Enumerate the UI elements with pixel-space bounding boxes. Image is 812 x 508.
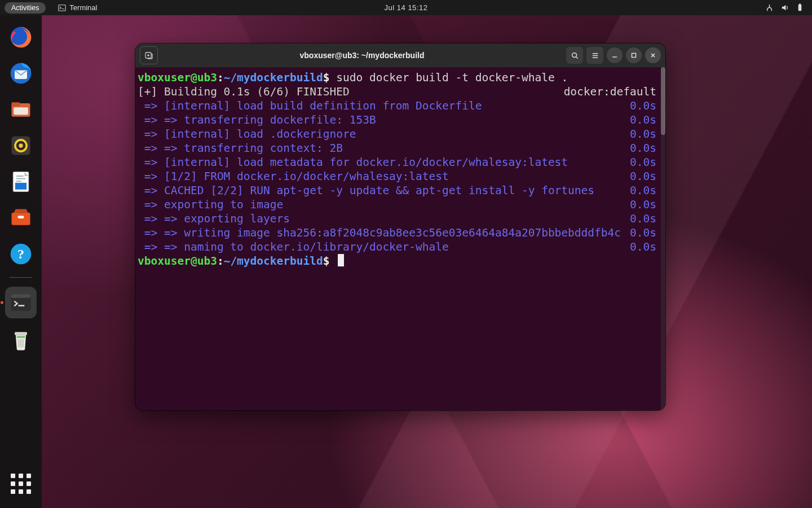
dock-help[interactable]: ? <box>7 240 35 268</box>
svg-rect-14 <box>16 176 24 177</box>
maximize-button[interactable] <box>626 47 642 63</box>
gnome-topbar: Activities Terminal Jul 14 15:12 <box>0 0 812 15</box>
window-titlebar[interactable]: vboxuser@ub3: ~/mydockerbuild <box>135 43 665 68</box>
active-app-label: Terminal <box>69 3 97 12</box>
svg-rect-16 <box>16 181 21 182</box>
prompt2-path: ~/mydockerbuild <box>224 255 323 268</box>
output-time: 0.0s <box>626 127 656 141</box>
output-time: 0.0s <box>626 240 656 254</box>
prompt-userhost: vboxuser@ub3 <box>138 71 217 84</box>
output-line: => [internal] load .dockerignore <box>138 127 626 141</box>
activities-button[interactable]: Activities <box>5 2 46 14</box>
svg-rect-23 <box>15 332 27 335</box>
svg-rect-17 <box>12 213 30 225</box>
svg-point-11 <box>19 143 23 147</box>
svg-rect-24 <box>17 336 25 338</box>
dock-rhythmbox[interactable] <box>7 132 35 160</box>
dock-files[interactable] <box>7 95 35 124</box>
dock-firefox[interactable] <box>7 23 35 51</box>
dock-thunderbird[interactable] <box>7 59 35 87</box>
volume-icon[interactable] <box>780 3 789 12</box>
terminal-scrollbar[interactable] <box>661 67 665 410</box>
dock: ? <box>0 15 42 508</box>
output-line: => [internal] load build definition from… <box>138 99 626 113</box>
window-title: vboxuser@ub3: ~/mydockerbuild <box>162 51 562 60</box>
output-line: => => exporting layers <box>138 212 626 226</box>
svg-rect-7 <box>14 107 28 115</box>
terminal-window: vboxuser@ub3: ~/mydockerbuild vboxuser@u… <box>135 43 665 410</box>
new-tab-button[interactable] <box>140 46 158 64</box>
system-tray[interactable] <box>765 3 812 12</box>
dock-ubuntu-software[interactable] <box>7 204 35 232</box>
output-time: 0.0s <box>626 198 656 212</box>
svg-text:?: ? <box>17 247 24 261</box>
network-icon[interactable] <box>765 3 774 12</box>
output-line: => => transferring dockerfile: 153B <box>138 113 626 127</box>
svg-rect-1 <box>798 5 802 11</box>
dock-trash[interactable] <box>7 326 35 354</box>
hamburger-menu-button[interactable] <box>586 47 603 64</box>
scrollbar-thumb[interactable] <box>661 67 665 135</box>
prompt-path: ~/mydockerbuild <box>224 71 323 84</box>
command-text: sudo docker build -t docker-whale . <box>336 71 568 84</box>
output-line: => exporting to image <box>138 198 626 212</box>
active-app-menu[interactable]: Terminal <box>58 3 97 12</box>
terminal-small-icon <box>58 4 66 12</box>
output-line: => [internal] load metadata for docker.i… <box>138 155 626 169</box>
dock-libreoffice-writer[interactable] <box>7 168 35 196</box>
svg-rect-15 <box>16 178 26 179</box>
build-header-left: [+] Building 0.1s (6/6) FINISHED <box>138 85 564 99</box>
minimize-button[interactable] <box>607 47 623 63</box>
output-line: => CACHED [2/2] RUN apt-get -y update &&… <box>138 183 626 198</box>
output-line: => => writing image sha256:a8f2048c9ab8e… <box>138 226 626 240</box>
svg-rect-27 <box>632 54 636 58</box>
build-header-right: docker:default <box>564 85 656 99</box>
terminal-body[interactable]: vboxuser@ub3:~/mydockerbuild$ sudo docke… <box>135 67 661 410</box>
svg-rect-0 <box>59 5 65 11</box>
svg-rect-13 <box>15 183 27 190</box>
output-line: => => naming to docker.io/library/docker… <box>138 240 626 254</box>
dock-terminal-active[interactable] <box>5 287 37 318</box>
output-time: 0.0s <box>626 141 656 155</box>
output-time: 0.0s <box>626 169 656 183</box>
svg-rect-18 <box>18 216 24 218</box>
output-time: 0.0s <box>626 155 656 169</box>
show-apps-button[interactable] <box>9 472 33 496</box>
prompt-sigil: $ <box>323 71 330 84</box>
svg-rect-6 <box>12 102 20 106</box>
svg-rect-22 <box>11 294 31 297</box>
output-time: 0.0s <box>626 226 656 240</box>
output-time: 0.0s <box>626 212 656 226</box>
output-time: 0.0s <box>626 99 656 113</box>
output-time: 0.0s <box>626 113 656 127</box>
dock-separator <box>10 277 32 278</box>
clock[interactable]: Jul 14 15:12 <box>385 3 428 12</box>
output-line: => => transferring context: 2B <box>138 141 626 155</box>
svg-rect-2 <box>799 3 801 5</box>
svg-point-26 <box>572 52 576 57</box>
battery-icon[interactable] <box>796 3 804 12</box>
output-line: => [1/2] FROM docker.io/docker/whalesay:… <box>138 169 626 183</box>
prompt-sep: : <box>217 71 224 84</box>
build-output: => [internal] load build definition from… <box>138 99 656 254</box>
prompt2-sigil: $ <box>323 255 330 268</box>
prompt2-userhost: vboxuser@ub3 <box>138 255 217 268</box>
search-button[interactable] <box>566 47 583 64</box>
close-button[interactable] <box>645 47 661 63</box>
output-time: 0.0s <box>626 183 656 198</box>
cursor <box>338 254 344 266</box>
